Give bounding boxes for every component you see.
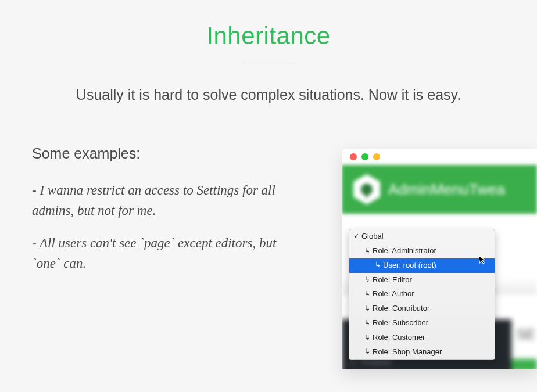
close-icon[interactable] bbox=[350, 153, 357, 160]
page-heading: Inheritance bbox=[0, 22, 537, 50]
dropdown-item-0[interactable]: ↳Role: Administrator bbox=[349, 244, 495, 258]
dropdown-item-label: Role: Editor bbox=[373, 275, 412, 286]
indent-arrow-icon: ↳ bbox=[364, 333, 370, 343]
indent-arrow-icon: ↳ bbox=[364, 289, 370, 299]
page-subtitle: Usually it is hard to solve complex situ… bbox=[0, 87, 537, 103]
app-title: AdminMenuTwea bbox=[388, 181, 505, 199]
app-header: AdminMenuTwea bbox=[342, 165, 537, 214]
examples-column: Some examples: - I wanna restrict an acc… bbox=[32, 145, 288, 286]
maximize-icon[interactable] bbox=[373, 153, 380, 160]
indent-arrow-icon: ↳ bbox=[375, 260, 381, 270]
example-1: - I wanna restrict an access to Settings… bbox=[32, 181, 288, 221]
role-dropdown[interactable]: Global ↳Role: Administrator↳User: root (… bbox=[349, 229, 495, 360]
app-logo-icon bbox=[353, 174, 380, 204]
dropdown-item-7[interactable]: ↳Role: Shop Manager bbox=[349, 345, 495, 359]
dropdown-item-6[interactable]: ↳Role: Customer bbox=[349, 330, 495, 345]
dropdown-item-label: Role: Author bbox=[373, 289, 414, 300]
indent-arrow-icon: ↳ bbox=[364, 275, 370, 285]
dropdown-item-4[interactable]: ↳Role: Contributor bbox=[349, 301, 495, 316]
screenshot-window: AdminMenuTwea Comments WooCommerce Produ… bbox=[342, 149, 537, 369]
indent-arrow-icon: ↳ bbox=[364, 246, 370, 256]
dropdown-item-label: Role: Contributor bbox=[373, 303, 429, 314]
indent-arrow-icon: ↳ bbox=[364, 318, 370, 328]
indent-arrow-icon: ↳ bbox=[364, 347, 370, 357]
examples-label: Some examples: bbox=[32, 145, 288, 162]
dropdown-item-global[interactable]: Global bbox=[349, 229, 495, 244]
mac-titlebar bbox=[342, 149, 537, 165]
dropdown-item-label: Role: Shop Manager bbox=[373, 347, 442, 358]
dropdown-item-label: User: root (root) bbox=[383, 260, 436, 271]
dropdown-item-2[interactable]: ↳Role: Editor bbox=[349, 273, 495, 287]
dropdown-item-label: Role: Administrator bbox=[373, 246, 436, 257]
dropdown-item-5[interactable]: ↳Role: Subscriber bbox=[349, 316, 495, 330]
minimize-icon[interactable] bbox=[361, 153, 368, 160]
dropdown-item-3[interactable]: ↳Role: Author bbox=[349, 287, 495, 301]
example-2: - All users can't see `page` except edit… bbox=[32, 233, 288, 274]
dropdown-item-1[interactable]: ↳User: root (root) bbox=[349, 258, 495, 273]
dropdown-item-label: Role: Customer bbox=[373, 332, 425, 343]
divider bbox=[244, 62, 293, 62]
indent-arrow-icon: ↳ bbox=[364, 304, 370, 314]
dropdown-item-label: Role: Subscriber bbox=[373, 318, 428, 329]
